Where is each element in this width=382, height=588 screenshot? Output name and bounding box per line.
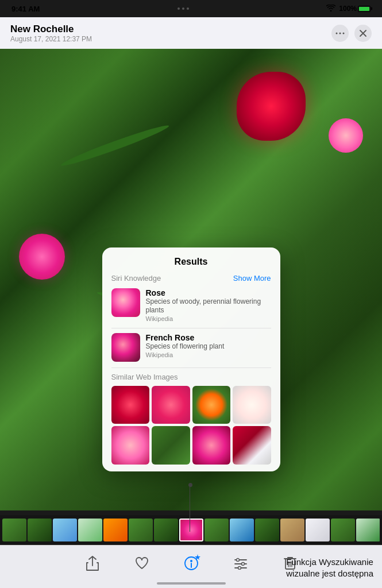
- web-image-4[interactable]: [233, 386, 271, 424]
- svg-point-2: [343, 32, 345, 34]
- flower-pink-left: [19, 234, 65, 280]
- svg-point-8: [236, 559, 239, 562]
- knowledge-item-french-rose[interactable]: French Rose Species of flowering plant W…: [111, 333, 271, 362]
- status-bar: 9:41 AM 100%: [0, 0, 382, 17]
- results-panel: Results Siri Knowledge Show More Rose Sp…: [102, 247, 280, 471]
- adjust-icon: [234, 557, 248, 570]
- web-image-5[interactable]: [111, 426, 150, 465]
- close-icon: [360, 30, 366, 37]
- home-indicator: [157, 582, 226, 585]
- french-rose-source: Wikipedia: [146, 351, 271, 358]
- callout-dot: [188, 483, 192, 487]
- flower-red: [237, 72, 306, 141]
- thumb-mini-12[interactable]: [280, 519, 304, 541]
- status-center: [178, 7, 189, 10]
- web-image-2[interactable]: [152, 386, 190, 424]
- callout-text: Funkcja Wyszukiwaniewizualne jest dostęp…: [286, 557, 373, 578]
- photo-background: Results Siri Knowledge Show More Rose Sp…: [0, 49, 382, 510]
- thumb-mini-2[interactable]: [28, 519, 52, 541]
- divider-2: [111, 368, 271, 368]
- thumb-mini-1[interactable]: [2, 519, 26, 541]
- svg-point-4: [190, 560, 192, 562]
- thumb-mini-7[interactable]: [154, 519, 178, 541]
- divider-1: [111, 328, 271, 328]
- status-time: 9:41 AM: [11, 5, 40, 13]
- french-rose-desc: Species of flowering plant: [146, 342, 271, 351]
- svg-point-1: [339, 32, 341, 34]
- rose-name: Rose: [146, 288, 271, 297]
- leaf-1: [59, 122, 170, 169]
- svg-point-9: [241, 563, 244, 566]
- title-block: New Rochelle August 17, 2021 12:37 PM: [10, 24, 92, 43]
- svg-point-10: [238, 567, 241, 570]
- close-button[interactable]: [354, 25, 372, 42]
- web-image-1[interactable]: [111, 386, 150, 424]
- web-image-6[interactable]: [152, 426, 190, 465]
- thumb-mini-5[interactable]: [103, 519, 128, 541]
- knowledge-item-rose[interactable]: Rose Species of woody, perennial floweri…: [111, 288, 271, 322]
- french-rose-thumb-image: [111, 333, 140, 362]
- signal-dot-3: [187, 7, 189, 10]
- rose-text: Rose Species of woody, perennial floweri…: [146, 288, 271, 322]
- rose-thumb-image: [111, 288, 140, 317]
- photo-title: New Rochelle: [10, 24, 92, 35]
- heart-icon: [135, 557, 149, 570]
- web-images-label: Similar Web Images: [111, 373, 271, 381]
- thumb-mini-9[interactable]: [204, 519, 229, 541]
- french-rose-text: French Rose Species of flowering plant W…: [146, 333, 271, 358]
- battery-fill: [359, 7, 369, 11]
- ellipsis-icon: [335, 32, 345, 34]
- thumb-mini-13[interactable]: [306, 519, 330, 541]
- thumb-mini-11[interactable]: [255, 519, 279, 541]
- french-rose-name: French Rose: [146, 333, 271, 342]
- web-image-7[interactable]: [192, 426, 231, 465]
- thumbnail-strip[interactable]: [0, 515, 382, 545]
- visual-lookup-badge: [195, 554, 200, 560]
- battery-container: 100%: [339, 5, 371, 13]
- rose-desc: Species of woody, perennial flowering pl…: [146, 297, 271, 315]
- thumb-mini-14[interactable]: [331, 519, 355, 541]
- photo-area[interactable]: Results Siri Knowledge Show More Rose Sp…: [0, 49, 382, 510]
- status-right: 100%: [326, 5, 371, 13]
- callout-line: [190, 486, 191, 532]
- more-button[interactable]: [331, 25, 349, 42]
- thumb-mini-selected[interactable]: [179, 519, 203, 541]
- thumb-mini-15[interactable]: [356, 519, 380, 541]
- web-image-3[interactable]: [192, 386, 231, 424]
- battery-text: 100%: [339, 5, 357, 13]
- share-icon: [86, 556, 99, 571]
- wifi-icon: [326, 5, 335, 13]
- visual-lookup-button[interactable]: [181, 553, 202, 574]
- battery-icon: [358, 6, 371, 12]
- show-more-button[interactable]: Show More: [233, 274, 271, 283]
- siri-knowledge-header: Siri Knowledge Show More: [111, 274, 271, 283]
- web-image-8[interactable]: [233, 426, 271, 465]
- header-actions: [331, 25, 372, 42]
- share-button[interactable]: [82, 553, 103, 574]
- photo-subtitle: August 17, 2021 12:37 PM: [10, 35, 92, 43]
- thumb-mini-10[interactable]: [230, 519, 254, 541]
- results-title: Results: [111, 257, 271, 267]
- svg-point-0: [336, 32, 338, 34]
- callout-text-box: Funkcja Wyszukiwaniewizualne jest dostęp…: [286, 556, 373, 580]
- photo-header: New Rochelle August 17, 2021 12:37 PM: [0, 17, 382, 49]
- thumb-mini-3[interactable]: [53, 519, 77, 541]
- signal-dot-1: [178, 7, 180, 10]
- french-rose-thumbnail: [111, 333, 140, 362]
- siri-knowledge-label: Siri Knowledge: [111, 274, 161, 283]
- like-button[interactable]: [132, 553, 152, 574]
- thumb-mini-6[interactable]: [129, 519, 153, 541]
- rose-source: Wikipedia: [146, 315, 271, 322]
- strip-inner: [2, 517, 380, 543]
- signal-dot-2: [182, 7, 184, 10]
- web-images-grid: [111, 386, 271, 465]
- adjust-button[interactable]: [230, 553, 251, 574]
- rose-thumbnail: [111, 288, 140, 317]
- thumb-mini-4[interactable]: [78, 519, 102, 541]
- flower-pink-right: [329, 118, 363, 153]
